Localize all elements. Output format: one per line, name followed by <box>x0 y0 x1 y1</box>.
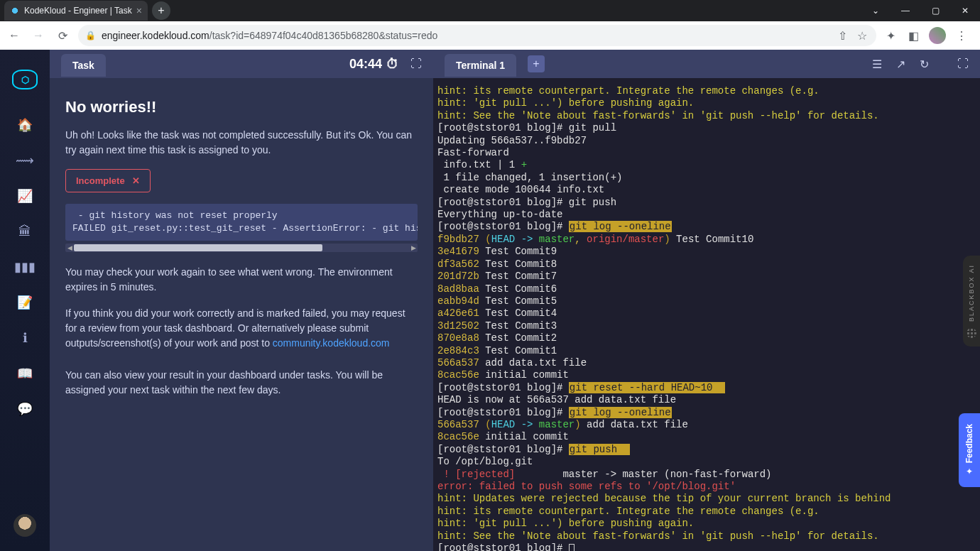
forward-button[interactable]: → <box>30 27 47 44</box>
task-header: Task 04:44 ⏱ ⛶ <box>50 50 433 78</box>
task-subtitle: Uh oh! Looks like the task was not compl… <box>65 128 418 158</box>
castle-icon[interactable]: 🏛 <box>16 223 33 240</box>
timer-value: 04:44 <box>349 57 382 72</box>
scroll-right-icon[interactable]: ▶ <box>409 244 418 251</box>
book-icon[interactable]: 📖 <box>16 365 33 382</box>
maximize-button[interactable]: ▢ <box>920 0 950 21</box>
blackbox-ai-tab[interactable]: BLACKBOX AI <box>963 256 980 347</box>
user-avatar[interactable] <box>13 514 36 537</box>
extensions-icon[interactable]: ✦ <box>883 28 898 43</box>
blackbox-label: BLACKBOX AI <box>968 264 975 322</box>
hint-2: If you think you did your work correctly… <box>65 306 418 351</box>
url-host: engineer.kodekloud.com <box>102 30 209 41</box>
app-sidebar: ⬡ 🏠 ⟿ 📈 🏛 ▮▮▮ 📝 ℹ 📖 💬 <box>0 50 50 551</box>
minimize-button[interactable]: ― <box>891 0 920 21</box>
chat-icon[interactable]: 💬 <box>16 400 33 418</box>
fullscreen-terminal-icon[interactable]: ⛶ <box>957 58 969 70</box>
tab-favicon <box>10 6 20 16</box>
sidepanel-icon[interactable]: ◧ <box>906 28 920 43</box>
x-icon: ✕ <box>132 175 140 186</box>
app-logo[interactable]: ⬡ <box>12 70 38 89</box>
menu-icon[interactable]: ⋮ <box>954 28 969 43</box>
terminal-panel: Terminal 1 + ☰ ↗ ↻ ⛶ hint: its remote co… <box>433 50 980 551</box>
url-path: /task?id=648974f04c40d81365b68280&status… <box>209 30 438 41</box>
history-icon[interactable]: ↻ <box>920 58 929 71</box>
error-log-scrollbar[interactable]: ◀ ▶ <box>65 244 418 252</box>
tab-title: KodeKloud - Engineer | Task <box>24 6 132 16</box>
profile-avatar[interactable] <box>929 27 946 44</box>
close-icon[interactable]: × <box>136 5 142 16</box>
open-external-icon[interactable]: ↗ <box>896 58 905 71</box>
notes-icon[interactable]: 📝 <box>16 294 33 311</box>
task-timer: 04:44 ⏱ <box>349 57 399 72</box>
leaderboard-icon[interactable]: ▮▮▮ <box>16 258 33 276</box>
task-body: No worries!! Uh oh! Looks like the task … <box>50 78 433 429</box>
chrome-dropdown-button[interactable]: ⌄ <box>861 0 891 21</box>
info-icon[interactable]: ℹ <box>16 329 33 347</box>
hint-1: You may check your work again to see wha… <box>65 265 418 295</box>
hamburger-icon[interactable]: ☰ <box>872 58 882 71</box>
url-bar: ← → ⟳ 🔒 engineer.kodekloud.com/task?id=6… <box>0 21 980 50</box>
clock-icon: ⏱ <box>386 57 399 72</box>
address-bar[interactable]: 🔒 engineer.kodekloud.com/task?id=648974f… <box>78 25 876 46</box>
feedback-tab[interactable]: Feedback ✦ <box>959 413 980 487</box>
terminal-output[interactable]: hint: its remote counterpart. Integrate … <box>433 78 980 551</box>
share-icon[interactable]: ⇧ <box>835 28 849 43</box>
badge-label: Incomplete <box>76 175 125 186</box>
blackbox-logo-icon <box>967 328 976 338</box>
incomplete-badge: Incomplete ✕ <box>65 169 151 192</box>
lock-icon: 🔒 <box>85 31 96 40</box>
terminal-cursor <box>569 544 575 551</box>
reload-button[interactable]: ⟳ <box>54 27 71 44</box>
sparkle-icon: ✦ <box>966 467 973 476</box>
task-title: No worries!! <box>65 98 418 116</box>
browser-tab-strip: KodeKloud - Engineer | Task × + ⌄ ― ▢ ✕ <box>0 0 980 21</box>
community-link[interactable]: community.kodekloud.com <box>273 337 390 349</box>
task-tab[interactable]: Task <box>61 54 106 77</box>
new-tab-button[interactable]: + <box>152 1 170 20</box>
feedback-label: Feedback <box>964 424 974 463</box>
scrollbar-thumb[interactable] <box>74 244 322 251</box>
path-icon[interactable]: ⟿ <box>16 152 33 169</box>
add-terminal-button[interactable]: + <box>528 55 545 72</box>
back-button[interactable]: ← <box>6 27 23 44</box>
terminal-tab[interactable]: Terminal 1 <box>445 54 516 77</box>
chart-icon[interactable]: 📈 <box>16 187 33 204</box>
browser-tab[interactable]: KodeKloud - Engineer | Task × <box>4 1 148 21</box>
star-icon[interactable]: ☆ <box>855 28 869 43</box>
error-log: - git history was not reset properly FAI… <box>65 204 418 241</box>
task-panel: Task 04:44 ⏱ ⛶ No worries!! Uh oh! Looks… <box>50 50 433 551</box>
fullscreen-icon[interactable]: ⛶ <box>410 58 422 70</box>
scroll-left-icon[interactable]: ◀ <box>65 244 74 251</box>
terminal-header: Terminal 1 + ☰ ↗ ↻ ⛶ <box>433 50 980 78</box>
close-window-button[interactable]: ✕ <box>950 0 980 21</box>
home-icon[interactable]: 🏠 <box>16 116 33 133</box>
hint-3: You can also view your result in your da… <box>65 368 418 398</box>
